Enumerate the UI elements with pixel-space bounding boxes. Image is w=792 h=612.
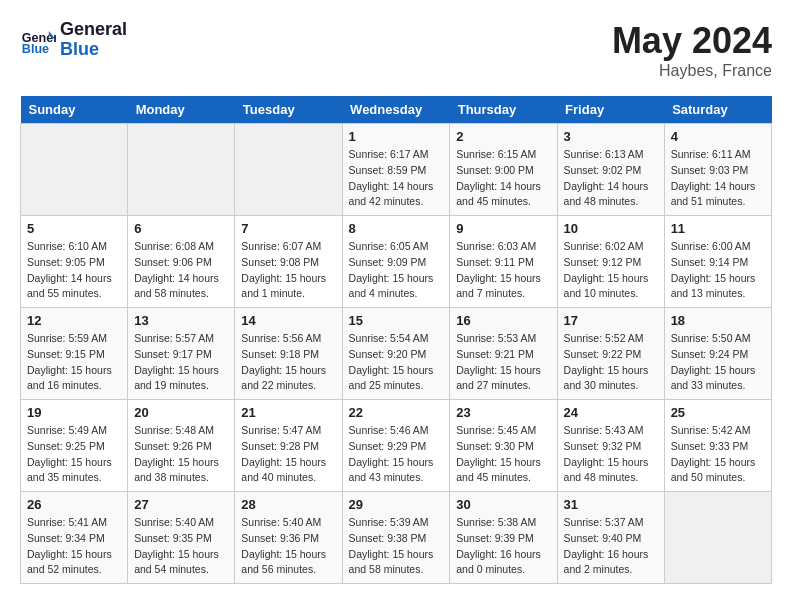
day-info: Sunrise: 6:05 AMSunset: 9:09 PMDaylight:… (349, 239, 444, 302)
logo: General Blue General Blue (20, 20, 127, 60)
calendar-cell: 21Sunrise: 5:47 AMSunset: 9:28 PMDayligh… (235, 400, 342, 492)
day-info: Sunrise: 6:00 AMSunset: 9:14 PMDaylight:… (671, 239, 765, 302)
calendar-cell (21, 124, 128, 216)
day-number: 31 (564, 497, 658, 512)
weekday-header: Thursday (450, 96, 557, 124)
month-title: May 2024 (612, 20, 772, 62)
calendar-cell: 18Sunrise: 5:50 AMSunset: 9:24 PMDayligh… (664, 308, 771, 400)
weekday-header-row: SundayMondayTuesdayWednesdayThursdayFrid… (21, 96, 772, 124)
calendar-cell: 31Sunrise: 5:37 AMSunset: 9:40 PMDayligh… (557, 492, 664, 584)
day-number: 20 (134, 405, 228, 420)
calendar-cell: 26Sunrise: 5:41 AMSunset: 9:34 PMDayligh… (21, 492, 128, 584)
day-info: Sunrise: 6:08 AMSunset: 9:06 PMDaylight:… (134, 239, 228, 302)
calendar-cell: 12Sunrise: 5:59 AMSunset: 9:15 PMDayligh… (21, 308, 128, 400)
day-info: Sunrise: 5:47 AMSunset: 9:28 PMDaylight:… (241, 423, 335, 486)
day-number: 25 (671, 405, 765, 420)
day-number: 10 (564, 221, 658, 236)
calendar-cell: 22Sunrise: 5:46 AMSunset: 9:29 PMDayligh… (342, 400, 450, 492)
calendar-cell: 30Sunrise: 5:38 AMSunset: 9:39 PMDayligh… (450, 492, 557, 584)
day-info: Sunrise: 5:38 AMSunset: 9:39 PMDaylight:… (456, 515, 550, 578)
calendar-week-row: 19Sunrise: 5:49 AMSunset: 9:25 PMDayligh… (21, 400, 772, 492)
day-number: 27 (134, 497, 228, 512)
calendar-cell: 19Sunrise: 5:49 AMSunset: 9:25 PMDayligh… (21, 400, 128, 492)
calendar-table: SundayMondayTuesdayWednesdayThursdayFrid… (20, 96, 772, 584)
day-number: 17 (564, 313, 658, 328)
day-info: Sunrise: 5:48 AMSunset: 9:26 PMDaylight:… (134, 423, 228, 486)
day-info: Sunrise: 5:50 AMSunset: 9:24 PMDaylight:… (671, 331, 765, 394)
calendar-cell (664, 492, 771, 584)
day-number: 2 (456, 129, 550, 144)
calendar-cell: 11Sunrise: 6:00 AMSunset: 9:14 PMDayligh… (664, 216, 771, 308)
calendar-cell: 17Sunrise: 5:52 AMSunset: 9:22 PMDayligh… (557, 308, 664, 400)
svg-text:Blue: Blue (22, 41, 49, 55)
calendar-cell: 7Sunrise: 6:07 AMSunset: 9:08 PMDaylight… (235, 216, 342, 308)
calendar-cell: 15Sunrise: 5:54 AMSunset: 9:20 PMDayligh… (342, 308, 450, 400)
calendar-cell: 13Sunrise: 5:57 AMSunset: 9:17 PMDayligh… (128, 308, 235, 400)
weekday-header: Wednesday (342, 96, 450, 124)
calendar-cell: 27Sunrise: 5:40 AMSunset: 9:35 PMDayligh… (128, 492, 235, 584)
calendar-cell: 4Sunrise: 6:11 AMSunset: 9:03 PMDaylight… (664, 124, 771, 216)
calendar-cell: 5Sunrise: 6:10 AMSunset: 9:05 PMDaylight… (21, 216, 128, 308)
location: Haybes, France (612, 62, 772, 80)
day-number: 22 (349, 405, 444, 420)
calendar-cell: 8Sunrise: 6:05 AMSunset: 9:09 PMDaylight… (342, 216, 450, 308)
day-info: Sunrise: 6:02 AMSunset: 9:12 PMDaylight:… (564, 239, 658, 302)
weekday-header: Sunday (21, 96, 128, 124)
weekday-header: Monday (128, 96, 235, 124)
calendar-week-row: 5Sunrise: 6:10 AMSunset: 9:05 PMDaylight… (21, 216, 772, 308)
day-info: Sunrise: 5:46 AMSunset: 9:29 PMDaylight:… (349, 423, 444, 486)
calendar-cell: 20Sunrise: 5:48 AMSunset: 9:26 PMDayligh… (128, 400, 235, 492)
calendar-week-row: 12Sunrise: 5:59 AMSunset: 9:15 PMDayligh… (21, 308, 772, 400)
day-info: Sunrise: 5:53 AMSunset: 9:21 PMDaylight:… (456, 331, 550, 394)
day-info: Sunrise: 6:03 AMSunset: 9:11 PMDaylight:… (456, 239, 550, 302)
page-header: General Blue General Blue May 2024 Haybe… (20, 20, 772, 80)
calendar-cell: 9Sunrise: 6:03 AMSunset: 9:11 PMDaylight… (450, 216, 557, 308)
day-info: Sunrise: 5:52 AMSunset: 9:22 PMDaylight:… (564, 331, 658, 394)
day-number: 12 (27, 313, 121, 328)
day-number: 24 (564, 405, 658, 420)
calendar-week-row: 1Sunrise: 6:17 AMSunset: 8:59 PMDaylight… (21, 124, 772, 216)
calendar-cell: 3Sunrise: 6:13 AMSunset: 9:02 PMDaylight… (557, 124, 664, 216)
day-number: 18 (671, 313, 765, 328)
calendar-cell: 28Sunrise: 5:40 AMSunset: 9:36 PMDayligh… (235, 492, 342, 584)
calendar-cell (128, 124, 235, 216)
day-number: 6 (134, 221, 228, 236)
day-number: 11 (671, 221, 765, 236)
day-number: 3 (564, 129, 658, 144)
day-number: 19 (27, 405, 121, 420)
calendar-cell: 25Sunrise: 5:42 AMSunset: 9:33 PMDayligh… (664, 400, 771, 492)
weekday-header: Tuesday (235, 96, 342, 124)
day-info: Sunrise: 6:11 AMSunset: 9:03 PMDaylight:… (671, 147, 765, 210)
day-number: 14 (241, 313, 335, 328)
calendar-cell: 23Sunrise: 5:45 AMSunset: 9:30 PMDayligh… (450, 400, 557, 492)
day-number: 16 (456, 313, 550, 328)
title-block: May 2024 Haybes, France (612, 20, 772, 80)
weekday-header: Friday (557, 96, 664, 124)
calendar-cell (235, 124, 342, 216)
day-number: 1 (349, 129, 444, 144)
day-info: Sunrise: 5:56 AMSunset: 9:18 PMDaylight:… (241, 331, 335, 394)
day-number: 23 (456, 405, 550, 420)
day-number: 26 (27, 497, 121, 512)
day-info: Sunrise: 6:15 AMSunset: 9:00 PMDaylight:… (456, 147, 550, 210)
calendar-cell: 1Sunrise: 6:17 AMSunset: 8:59 PMDaylight… (342, 124, 450, 216)
day-number: 15 (349, 313, 444, 328)
calendar-week-row: 26Sunrise: 5:41 AMSunset: 9:34 PMDayligh… (21, 492, 772, 584)
day-info: Sunrise: 6:10 AMSunset: 9:05 PMDaylight:… (27, 239, 121, 302)
day-number: 21 (241, 405, 335, 420)
weekday-header: Saturday (664, 96, 771, 124)
calendar-cell: 6Sunrise: 6:08 AMSunset: 9:06 PMDaylight… (128, 216, 235, 308)
day-info: Sunrise: 5:40 AMSunset: 9:35 PMDaylight:… (134, 515, 228, 578)
calendar-cell: 2Sunrise: 6:15 AMSunset: 9:00 PMDaylight… (450, 124, 557, 216)
day-info: Sunrise: 5:39 AMSunset: 9:38 PMDaylight:… (349, 515, 444, 578)
day-info: Sunrise: 5:49 AMSunset: 9:25 PMDaylight:… (27, 423, 121, 486)
day-info: Sunrise: 5:40 AMSunset: 9:36 PMDaylight:… (241, 515, 335, 578)
day-info: Sunrise: 5:59 AMSunset: 9:15 PMDaylight:… (27, 331, 121, 394)
calendar-cell: 29Sunrise: 5:39 AMSunset: 9:38 PMDayligh… (342, 492, 450, 584)
day-info: Sunrise: 6:13 AMSunset: 9:02 PMDaylight:… (564, 147, 658, 210)
day-info: Sunrise: 5:37 AMSunset: 9:40 PMDaylight:… (564, 515, 658, 578)
day-info: Sunrise: 5:54 AMSunset: 9:20 PMDaylight:… (349, 331, 444, 394)
day-info: Sunrise: 5:43 AMSunset: 9:32 PMDaylight:… (564, 423, 658, 486)
day-number: 5 (27, 221, 121, 236)
day-info: Sunrise: 5:42 AMSunset: 9:33 PMDaylight:… (671, 423, 765, 486)
